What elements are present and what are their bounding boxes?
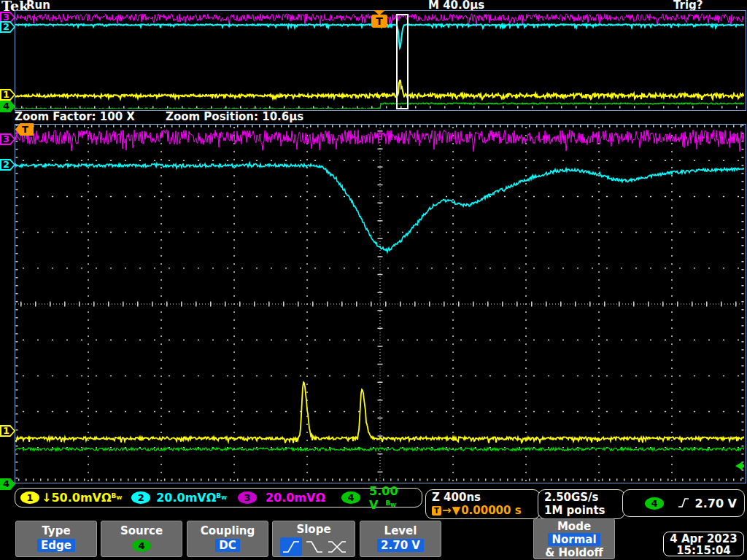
ch2-badge[interactable]: 2 bbox=[131, 491, 150, 504]
menu-coupling-title: Coupling bbox=[187, 524, 268, 538]
menu-level-button[interactable]: Level 2.70 V bbox=[360, 521, 441, 557]
zoom-position-readout: Zoom Position: 10.6µs bbox=[166, 110, 303, 123]
ch3-badge[interactable]: 3 bbox=[238, 491, 257, 504]
slope-rising-icon[interactable] bbox=[280, 537, 302, 556]
trigger-level-arrow-icon bbox=[735, 462, 744, 470]
top-status-bar: Tek Run M 40.0µs Trig? bbox=[0, 0, 747, 10]
menu-level-title: Level bbox=[360, 524, 441, 538]
overview-trigger-marker[interactable]: T bbox=[371, 10, 387, 29]
menu-source-value: 4 bbox=[132, 540, 151, 552]
main-graticule-window bbox=[15, 124, 746, 483]
zoom-factor-readout: Zoom Factor: 100 X bbox=[15, 110, 135, 123]
slope-either-icon[interactable] bbox=[327, 538, 347, 556]
main-ch1-position-badge[interactable]: 1 bbox=[0, 425, 15, 437]
overview-ch2-position-badge[interactable]: 2 bbox=[0, 21, 15, 33]
menu-coupling-button[interactable]: Coupling DC bbox=[187, 521, 268, 557]
main-waveforms bbox=[15, 125, 744, 481]
time-readout: 15:15:04 bbox=[664, 545, 743, 556]
main-ch2-position-badge[interactable]: 2 bbox=[0, 159, 15, 171]
ch3-scale-readout: 20.0mVΩ bbox=[266, 491, 325, 505]
sample-rate-readout: 2.50GS/s bbox=[544, 491, 624, 504]
main-ch3-position-badge[interactable]: 3 bbox=[0, 133, 15, 145]
menu-mode-button[interactable]: Mode Normal & Holdoff bbox=[533, 518, 615, 559]
menu-coupling-value: DC bbox=[215, 539, 239, 552]
slope-falling-icon[interactable] bbox=[305, 538, 324, 556]
trigger-slope-icon bbox=[677, 497, 690, 510]
zoom-scale-box: Z 400ns T→▼0.00000 s bbox=[425, 489, 541, 519]
record-length-readout: 1M points bbox=[544, 504, 624, 517]
trigger-source-badge: 4 bbox=[645, 497, 664, 510]
menu-type-title: Type bbox=[16, 524, 96, 538]
trigger-t-icon: T bbox=[432, 506, 441, 516]
menu-type-value: Edge bbox=[37, 539, 75, 552]
zoom-scale-readout: Z 400ns bbox=[432, 491, 540, 504]
menu-mode-value2: & Holdoff bbox=[534, 546, 614, 559]
menu-slope-title: Slope bbox=[273, 522, 355, 537]
menu-type-button[interactable]: Type Edge bbox=[15, 521, 97, 557]
ch4-badge[interactable]: 4 bbox=[341, 491, 360, 504]
ch1-badge[interactable]: 1 bbox=[20, 491, 39, 504]
zoom-info-bar: Zoom Factor: 100 X Zoom Position: 10.6µs bbox=[0, 110, 747, 123]
trigger-level-readout: 2.70 V bbox=[695, 497, 737, 510]
date-readout: 4 Apr 2023 bbox=[664, 533, 743, 545]
trigger-readout-box: 4 2.70 V bbox=[622, 489, 745, 517]
menu-level-value: 2.70 V bbox=[377, 539, 424, 552]
menu-source-title: Source bbox=[101, 524, 182, 538]
trigger-time-readout: T→▼0.00000 s bbox=[432, 504, 540, 517]
ch1-scale-readout: ↓50.0mVΩBW bbox=[42, 491, 122, 505]
trigger-marker-t-icon: T bbox=[371, 15, 387, 28]
overview-ch1-position-badge[interactable]: 1 bbox=[0, 89, 15, 101]
datetime-box: 4 Apr 2023 15:15:04 bbox=[663, 532, 744, 556]
menu-source-button[interactable]: Source 4 bbox=[101, 521, 182, 557]
acquisition-box: 2.50GS/s 1M points bbox=[538, 489, 625, 519]
zoom-window-bracket[interactable] bbox=[396, 14, 409, 109]
ch2-scale-readout: 20.0mVΩBW bbox=[156, 491, 227, 505]
main-ch4-position-badge[interactable]: 4 bbox=[0, 478, 15, 490]
menu-mode-title: Mode bbox=[534, 520, 614, 533]
menu-slope-button[interactable]: Slope bbox=[272, 521, 355, 557]
channel-readout-bar: 1 ↓50.0mVΩBW 2 20.0mVΩBW 3 20.0mVΩ 4 5.0… bbox=[15, 488, 422, 508]
menu-mode-value: Normal bbox=[548, 533, 600, 546]
ch4-scale-readout: 5.00 VBW bbox=[369, 484, 422, 512]
